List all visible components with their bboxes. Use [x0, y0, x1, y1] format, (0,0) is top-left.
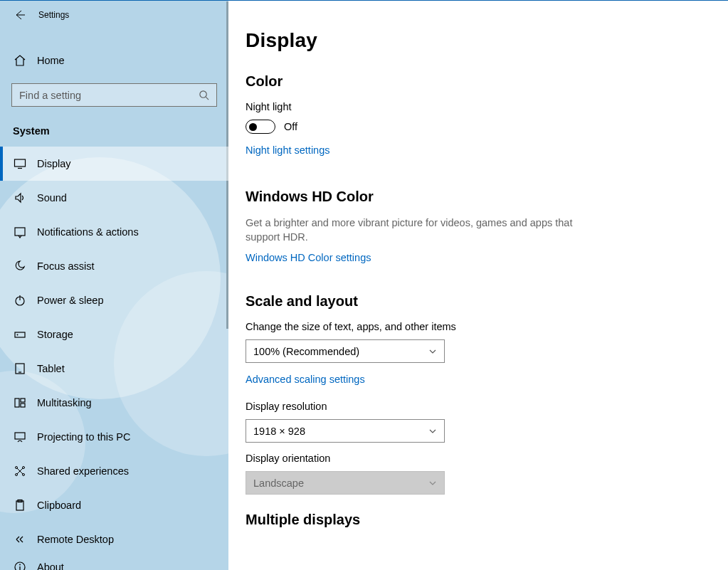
sidebar-item-projecting[interactable]: Projecting to this PC [0, 420, 228, 454]
sidebar-item-storage[interactable]: Storage [0, 317, 228, 352]
sidebar-item-label: Focus assist [37, 260, 95, 272]
night-light-toggle[interactable] [246, 120, 275, 134]
sidebar-item-focus[interactable]: Focus assist [0, 249, 228, 283]
chevron-down-icon [428, 427, 437, 436]
remote-desktop-icon [13, 532, 27, 547]
sidebar-item-sound[interactable]: Sound [0, 181, 228, 215]
sidebar-item-label: About [37, 561, 64, 570]
notifications-icon [13, 225, 27, 239]
tablet-icon [13, 361, 27, 376]
svg-point-12 [17, 334, 19, 336]
display-icon [13, 157, 27, 171]
about-icon [13, 560, 27, 570]
resolution-value: 1918 × 928 [253, 426, 305, 437]
projecting-icon [13, 430, 27, 444]
svg-point-4 [199, 91, 206, 97]
sidebar-item-notifications[interactable]: Notifications & actions [0, 215, 228, 249]
sidebar-item-label: Notifications & actions [37, 226, 139, 238]
sidebar-item-label: Remote Desktop [37, 534, 114, 545]
svg-rect-17 [21, 403, 25, 407]
svg-rect-6 [15, 159, 26, 167]
night-light-settings-link[interactable]: Night light settings [246, 144, 329, 156]
section-hdcolor-heading: Windows HD Color [246, 189, 711, 205]
sidebar-item-label: Shared experiences [37, 465, 129, 477]
sidebar-item-label: Projecting to this PC [37, 431, 130, 443]
sidebar-item-shared[interactable]: Shared experiences [0, 454, 228, 488]
orientation-label: Display orientation [246, 453, 711, 464]
sidebar-item-multitasking[interactable]: Multitasking [0, 386, 228, 420]
sidebar-item-label: Multitasking [37, 397, 92, 408]
advanced-scaling-link[interactable]: Advanced scaling settings [246, 374, 365, 385]
search-icon [191, 90, 216, 100]
scale-size-label: Change the size of text, apps, and other… [246, 321, 711, 332]
scale-size-select[interactable]: 100% (Recommended) [246, 339, 445, 363]
back-button[interactable] [9, 4, 31, 26]
clipboard-icon [13, 498, 27, 512]
svg-rect-18 [15, 433, 25, 439]
orientation-select: Landscape [246, 471, 445, 495]
search-input[interactable] [12, 90, 191, 101]
resolution-label: Display resolution [246, 401, 711, 412]
sidebar-nav-list: Display Sound Notifications & actions Fo… [0, 147, 228, 570]
sidebar: Settings Home System Display [0, 1, 228, 570]
sound-icon [13, 191, 27, 205]
svg-point-29 [19, 564, 21, 566]
main-panel: Display Color Night light Off Night ligh… [228, 1, 728, 570]
focus-assist-icon [13, 259, 27, 273]
svg-rect-16 [21, 399, 25, 402]
multitasking-icon [13, 396, 27, 410]
home-button[interactable]: Home [0, 43, 228, 78]
hdcolor-description: Get a brighter and more vibrant picture … [246, 216, 587, 244]
sidebar-item-about[interactable]: About [0, 556, 228, 570]
page-title: Display [246, 29, 711, 52]
sidebar-item-label: Tablet [37, 363, 65, 374]
scale-size-value: 100% (Recommended) [253, 346, 359, 357]
power-icon [13, 293, 27, 307]
sidebar-item-power[interactable]: Power & sleep [0, 283, 228, 317]
home-label: Home [37, 55, 65, 66]
chevron-down-icon [428, 479, 437, 487]
hdcolor-settings-link[interactable]: Windows HD Color settings [246, 252, 371, 263]
sidebar-item-label: Sound [37, 192, 67, 204]
section-multi-heading: Multiple displays [246, 512, 711, 528]
sidebar-item-label: Storage [37, 329, 73, 340]
sidebar-group-label: System [0, 110, 228, 147]
chevron-down-icon [428, 347, 437, 356]
section-scale-heading: Scale and layout [246, 293, 711, 310]
svg-line-5 [206, 97, 209, 100]
sidebar-item-label: Power & sleep [37, 295, 104, 306]
home-icon [13, 53, 27, 68]
sidebar-item-label: Clipboard [37, 500, 81, 511]
resolution-select[interactable]: 1918 × 928 [246, 419, 445, 443]
orientation-value: Landscape [253, 477, 304, 489]
night-light-label: Night light [246, 101, 711, 112]
night-light-state: Off [284, 121, 297, 132]
section-color-heading: Color [246, 73, 711, 90]
shared-experiences-icon [13, 464, 27, 478]
storage-icon [13, 327, 27, 342]
svg-rect-8 [15, 228, 25, 236]
sidebar-item-label: Display [37, 158, 71, 169]
app-title: Settings [38, 10, 69, 20]
svg-rect-15 [15, 399, 19, 407]
search-box[interactable] [11, 83, 217, 107]
sidebar-item-display[interactable]: Display [0, 147, 228, 181]
sidebar-item-clipboard[interactable]: Clipboard [0, 488, 228, 522]
sidebar-item-tablet[interactable]: Tablet [0, 352, 228, 386]
sidebar-item-remote[interactable]: Remote Desktop [0, 522, 228, 556]
svg-rect-11 [15, 332, 25, 337]
